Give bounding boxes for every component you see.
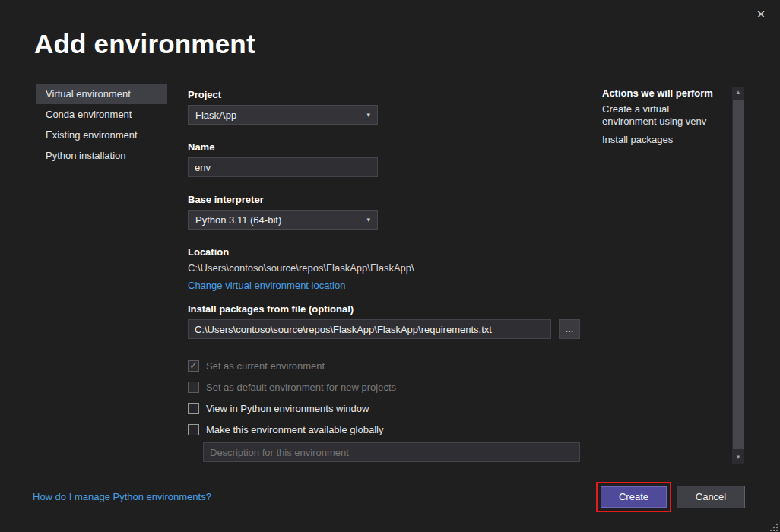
vertical-scrollbar[interactable]: ▲ ▼ bbox=[732, 87, 744, 464]
install-packages-field[interactable] bbox=[188, 319, 551, 339]
checkbox-box: ✓ bbox=[188, 403, 199, 414]
base-interpreter-dropdown-value: Python 3.11 (64-bit) bbox=[195, 214, 281, 226]
browse-button[interactable]: ... bbox=[559, 319, 580, 339]
checkbox-set-default-environment[interactable]: ✓ Set as default environment for new pro… bbox=[188, 376, 583, 397]
description-field[interactable] bbox=[203, 442, 580, 462]
chevron-down-icon: ▾ bbox=[366, 216, 370, 223]
scroll-down-icon[interactable]: ▼ bbox=[732, 451, 744, 464]
checkbox-label: View in Python environments window bbox=[206, 403, 369, 414]
install-packages-label: Install packages from file (optional) bbox=[188, 303, 583, 315]
scroll-up-icon[interactable]: ▲ bbox=[732, 87, 744, 99]
base-interpreter-label: Base interpreter bbox=[188, 194, 583, 206]
checkbox-box: ✓ bbox=[188, 424, 199, 435]
environment-type-list: Virtual environment Conda environment Ex… bbox=[36, 84, 167, 166]
checkbox-make-globally-available[interactable]: ✓ Make this environment available global… bbox=[188, 419, 583, 440]
checkbox-label: Make this environment available globally bbox=[206, 424, 383, 435]
name-label: Name bbox=[188, 141, 583, 154]
resize-grip-dots bbox=[769, 523, 778, 532]
sidebar-item-python-installation[interactable]: Python installation bbox=[36, 145, 167, 166]
checkbox-box: ✓ bbox=[188, 382, 199, 393]
sidebar-item-existing-environment[interactable]: Existing environment bbox=[36, 125, 167, 145]
checkbox-view-environments-window[interactable]: ✓ View in Python environments window bbox=[188, 397, 583, 419]
sidebar-item-conda-environment[interactable]: Conda environment bbox=[36, 104, 167, 125]
actions-panel-item: Create a virtual environment using venv bbox=[602, 103, 725, 128]
sidebar-item-virtual-environment[interactable]: Virtual environment bbox=[36, 84, 167, 104]
actions-panel-title: Actions we will perform bbox=[602, 87, 725, 99]
actions-panel: Actions we will perform Create a virtual… bbox=[602, 87, 725, 152]
checkbox-label: Set as default environment for new proje… bbox=[206, 382, 396, 393]
check-icon: ✓ bbox=[189, 359, 198, 372]
add-environment-dialog: ✕ Add environment Virtual environment Co… bbox=[0, 0, 780, 532]
manage-environments-help-link[interactable]: How do I manage Python environments? bbox=[33, 491, 211, 502]
checkbox-set-current-environment[interactable]: ✓ Set as current environment bbox=[188, 355, 583, 376]
create-button[interactable]: Create bbox=[601, 486, 667, 508]
actions-panel-item: Install packages bbox=[602, 134, 725, 146]
scrollbar-thumb[interactable] bbox=[733, 100, 744, 449]
base-interpreter-dropdown[interactable]: Python 3.11 (64-bit) ▾ bbox=[188, 210, 378, 230]
resize-grip[interactable] bbox=[769, 521, 778, 530]
project-dropdown-value: FlaskApp bbox=[195, 109, 236, 121]
change-location-link[interactable]: Change virtual environment location bbox=[188, 280, 345, 291]
close-icon[interactable]: ✕ bbox=[753, 6, 769, 23]
page-title: Add environment bbox=[34, 29, 255, 59]
project-dropdown[interactable]: FlaskApp ▾ bbox=[188, 105, 378, 125]
location-value: C:\Users\contoso\source\repos\FlaskApp\F… bbox=[188, 262, 583, 274]
chevron-down-icon: ▾ bbox=[366, 111, 370, 119]
checkbox-label: Set as current environment bbox=[206, 360, 325, 372]
environment-form: Project FlaskApp ▾ Name Base interpreter… bbox=[188, 84, 583, 462]
options-checkbox-group: ✓ Set as current environment ✓ Set as de… bbox=[188, 355, 583, 440]
name-field[interactable] bbox=[188, 157, 378, 177]
project-label: Project bbox=[188, 89, 583, 101]
checkbox-box: ✓ bbox=[188, 360, 199, 372]
location-label: Location bbox=[188, 246, 583, 258]
install-packages-row: ... bbox=[188, 315, 583, 339]
cancel-button[interactable]: Cancel bbox=[677, 486, 745, 508]
